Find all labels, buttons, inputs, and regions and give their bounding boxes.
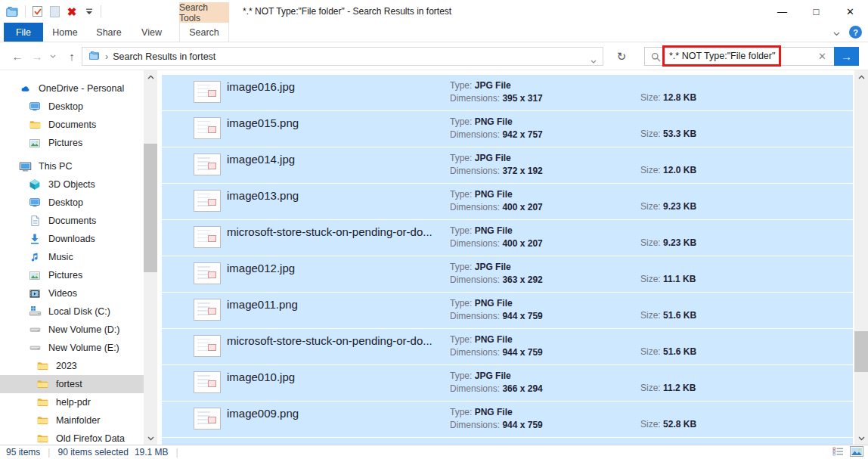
breadcrumb[interactable]: › Search Results in fortest	[82, 47, 603, 66]
help-icon[interactable]: ?	[849, 26, 862, 39]
search-input[interactable]: *.* NOT Type:"File folder" ✕ →	[644, 47, 859, 66]
search-go-button[interactable]: →	[834, 47, 859, 66]
minimize-button[interactable]: —	[765, 1, 799, 23]
sidebar-item-desktop[interactable]: Desktop	[0, 98, 144, 116]
sidebar-item-label: Mainfolder	[56, 415, 100, 426]
sidebar-item-3d-objects[interactable]: 3D Objects	[0, 175, 144, 194]
sidebar-item-fortest[interactable]: fortest	[0, 375, 144, 393]
scroll-up-icon[interactable]	[854, 70, 868, 83]
dimensions-label: Dimensions:	[450, 311, 500, 321]
sidebar-item-desktop[interactable]: Desktop	[0, 194, 144, 212]
properties-icon[interactable]	[31, 4, 43, 19]
file-row[interactable]: image013.pngType: PNG FileDimensions: 40…	[162, 184, 853, 219]
clear-search-icon[interactable]: ✕	[818, 48, 826, 65]
scroll-up-icon[interactable]	[144, 70, 157, 83]
scroll-down-icon[interactable]	[854, 432, 868, 445]
sidebar-item-help-pdr[interactable]: help-pdr	[0, 393, 144, 411]
sidebar-item-documents[interactable]: Documents	[0, 116, 144, 134]
type-label: Type:	[450, 298, 472, 309]
details-view-icon[interactable]	[832, 447, 844, 458]
file-row[interactable]: image012.jpgType: JPG FileDimensions: 36…	[162, 256, 853, 292]
file-row[interactable]: microsoft-store-stuck-on-pending-or-do..…	[162, 329, 853, 364]
sidebar-item-videos[interactable]: Videos	[0, 284, 144, 302]
file-meta: Type: JPG FileDimensions: 372 x 192	[450, 152, 543, 178]
sidebar-item-mainfolder[interactable]: Mainfolder	[0, 411, 144, 430]
refresh-icon[interactable]: ↻	[611, 47, 632, 66]
file-meta: Type: PNG FileDimensions: 942 x 757	[450, 116, 543, 141]
file-row[interactable]: image016.jpgType: JPG FileDimensions: 39…	[162, 75, 853, 110]
breadcrumb-text: Search Results in fortest	[113, 51, 215, 62]
tab-share[interactable]: Share	[87, 23, 131, 42]
sidebar-item-music[interactable]: Music	[0, 248, 144, 266]
size-value: 51.6 KB	[663, 346, 696, 357]
disk-icon	[28, 324, 42, 336]
file-list-scrollbar[interactable]	[854, 70, 868, 445]
size-label: Size:	[640, 419, 661, 430]
file-name: image015.png	[227, 116, 299, 129]
docfile-icon	[28, 215, 42, 228]
large-icons-view-icon[interactable]	[850, 446, 863, 459]
file-meta: Type: JPG FileDimensions: 395 x 317	[450, 79, 543, 105]
search-value: *.* NOT Type:"File folder"	[669, 51, 775, 61]
size-label: Size:	[640, 310, 661, 321]
file-row[interactable]: microsoft-store-stuck-on-pending-or-do..…	[162, 220, 853, 256]
sidebar-item-documents[interactable]: Documents	[0, 212, 144, 230]
status-separator: |	[48, 447, 50, 457]
file-name: image011.png	[227, 298, 298, 311]
tab-file[interactable]: File	[4, 23, 43, 42]
file-row[interactable]: image009.pngType: PNG FileDimensions: 94…	[162, 402, 853, 437]
scroll-down-icon[interactable]	[144, 432, 157, 445]
sidebar-item-new-volume-d[interactable]: New Volume (D:)	[0, 321, 144, 339]
sidebar-item-pictures[interactable]: Pictures	[0, 134, 144, 152]
file-thumbnail-icon	[194, 190, 221, 212]
size-label: Size:	[640, 201, 661, 212]
sidebar-item-new-volume-e[interactable]: New Volume (E:)	[0, 339, 144, 357]
sidebar-item-label: New Volume (E:)	[48, 343, 119, 353]
qat-customize-icon[interactable]	[83, 4, 95, 19]
tab-search[interactable]: Search	[179, 23, 229, 42]
type-label: Type:	[450, 407, 472, 417]
sidebar-item-2023[interactable]: 2023	[0, 357, 144, 375]
sidebar-item-label: Pictures	[48, 138, 82, 148]
dimensions-label: Dimensions:	[450, 202, 500, 212]
cube-icon	[28, 178, 42, 191]
tab-view[interactable]: View	[131, 23, 172, 42]
file-row[interactable]: image010.jpgType: JPG FileDimensions: 36…	[162, 365, 853, 401]
folder-icon	[36, 360, 49, 373]
sidebar-item-pictures[interactable]: Pictures	[0, 266, 144, 284]
file-row[interactable]: image014.jpgType: JPG FileDimensions: 37…	[162, 147, 853, 183]
up-icon[interactable]: ↑	[64, 42, 80, 70]
tab-home[interactable]: Home	[43, 23, 87, 42]
search-tools-contextual-tab[interactable]: Search Tools	[179, 2, 229, 23]
sidebar-item-local-disk-c[interactable]: Local Disk (C:)	[0, 302, 144, 321]
sidebar-item-label: Documents	[48, 119, 96, 130]
file-name: microsoft-store-stuck-on-pending-or-do..…	[227, 225, 432, 238]
maximize-button[interactable]: □	[799, 1, 833, 23]
dimensions-label: Dimensions:	[450, 238, 500, 249]
address-dropdown-icon[interactable]	[591, 55, 597, 66]
file-scrollbar-thumb[interactable]	[854, 331, 868, 372]
new-folder-icon[interactable]	[48, 4, 60, 19]
collapse-ribbon-icon[interactable]	[833, 26, 840, 39]
forward-icon[interactable]: →	[29, 42, 45, 70]
file-size: Size: 11.2 KB	[640, 383, 696, 393]
size-label: Size:	[640, 92, 661, 103]
file-row[interactable]: image011.pngType: PNG FileDimensions: 94…	[162, 293, 853, 328]
file-size: Size: 51.6 KB	[640, 310, 696, 321]
file-meta: Type: PNG FileDimensions: 400 x 207	[450, 225, 543, 250]
back-icon[interactable]: ←	[9, 42, 26, 70]
recent-locations-icon[interactable]	[47, 42, 59, 70]
video-icon	[28, 287, 42, 300]
file-list: image016.jpgType: JPG FileDimensions: 39…	[157, 70, 853, 445]
sidebar-item-onedrive-personal[interactable]: OneDrive - Personal	[0, 79, 144, 98]
delete-icon[interactable]: ✖	[66, 4, 78, 19]
sidebar-item-this-pc[interactable]: This PC	[0, 157, 144, 175]
close-button[interactable]: ✕	[833, 1, 867, 23]
sidebar-scrollbar[interactable]	[144, 70, 157, 445]
sidebar-item-downloads[interactable]: Downloads	[0, 230, 144, 248]
file-row[interactable]: image015.pngType: PNG FileDimensions: 94…	[162, 111, 853, 147]
dimensions-value: 395 x 317	[502, 93, 542, 104]
sidebar-scrollbar-thumb[interactable]	[144, 144, 157, 272]
file-row-partial[interactable]	[162, 438, 853, 445]
sidebar-item-old-firefox-data[interactable]: Old Firefox Data	[0, 430, 144, 445]
